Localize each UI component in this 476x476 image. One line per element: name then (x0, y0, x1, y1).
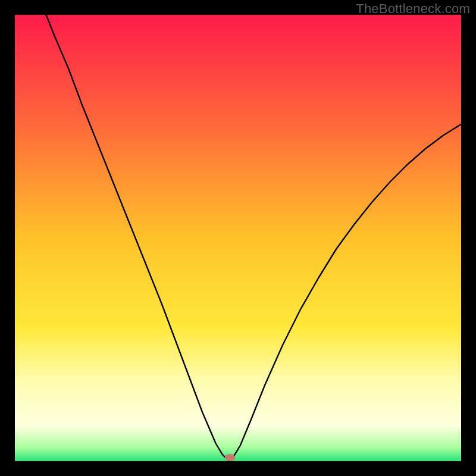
watermark-text: TheBottleneck.com (356, 1, 470, 17)
chart-stage: TheBottleneck.com (0, 0, 476, 476)
optimal-point-marker (225, 454, 236, 461)
bottleneck-chart (0, 0, 476, 476)
plot-background (15, 15, 461, 461)
